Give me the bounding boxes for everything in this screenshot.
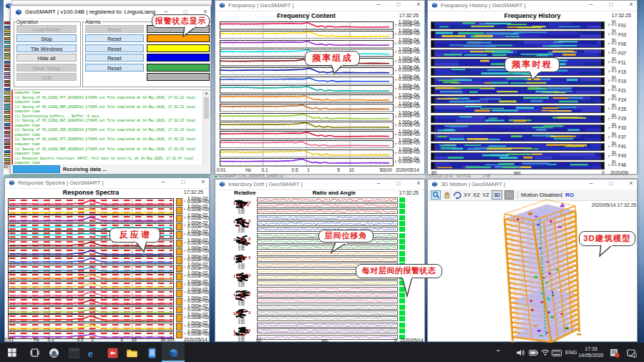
svg-text:0.00: 0.00 [238,248,245,251]
svg-text:0.00: 0.00 [238,266,245,270]
svg-text:3: 3 [248,255,250,260]
svg-text:3: 3 [248,237,250,241]
svg-text:3: 3 [248,328,250,333]
svg-text:e: e [88,348,93,358]
svg-text:3: 3 [248,200,250,205]
svg-text:1: 1 [233,329,235,333]
svg-text:1: 1 [233,256,235,260]
svg-text:3: 3 [248,292,250,296]
svg-text:0.00: 0.00 [238,303,245,306]
svg-text:0.00: 0.00 [238,284,245,288]
svg-text:0.00: 0.00 [238,230,245,233]
svg-text:0.00: 0.00 [238,211,245,215]
svg-text:0.00: 0.00 [238,321,245,325]
svg-text:1: 1 [233,293,235,297]
svg-text:3: 3 [248,219,250,223]
svg-text:1: 1 [233,201,235,205]
svg-text:3: 3 [248,273,250,278]
svg-text:3: 3 [248,310,250,315]
svg-text:1: 1 [633,353,635,358]
svg-text:1: 1 [233,220,235,224]
svg-text:1: 1 [233,274,235,278]
svg-text:1: 1 [233,238,235,242]
svg-text:1: 1 [233,311,235,315]
